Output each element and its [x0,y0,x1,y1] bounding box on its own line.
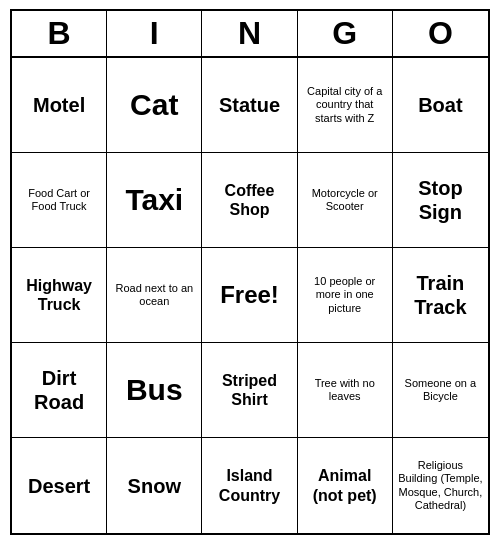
header-letter: N [202,11,297,56]
bingo-cell[interactable]: Coffee Shop [202,153,297,248]
bingo-cell[interactable]: Capital city of a country that starts wi… [298,58,393,153]
header-letter: O [393,11,488,56]
bingo-cell[interactable]: Tree with no leaves [298,343,393,438]
bingo-cell[interactable]: Animal (not pet) [298,438,393,533]
bingo-cell[interactable]: Motel [12,58,107,153]
bingo-cell[interactable]: 10 people or more in one picture [298,248,393,343]
header-letter: G [298,11,393,56]
bingo-cell[interactable]: Highway Truck [12,248,107,343]
bingo-cell[interactable]: Road next to an ocean [107,248,202,343]
bingo-cell[interactable]: Bus [107,343,202,438]
bingo-cell[interactable]: Island Country [202,438,297,533]
bingo-cell[interactable]: Snow [107,438,202,533]
bingo-cell[interactable]: Train Track [393,248,488,343]
bingo-grid: MotelCatStatueCapital city of a country … [12,58,488,533]
bingo-card: BINGO MotelCatStatueCapital city of a co… [10,9,490,535]
header-letter: I [107,11,202,56]
header-letter: B [12,11,107,56]
bingo-cell[interactable]: Statue [202,58,297,153]
bingo-cell[interactable]: Motorcycle or Scooter [298,153,393,248]
bingo-cell[interactable]: Religious Building (Temple, Mosque, Chur… [393,438,488,533]
bingo-cell[interactable]: Dirt Road [12,343,107,438]
bingo-cell[interactable]: Someone on a Bicycle [393,343,488,438]
bingo-cell[interactable]: Free! [202,248,297,343]
bingo-cell[interactable]: Food Cart or Food Truck [12,153,107,248]
bingo-cell[interactable]: Stop Sign [393,153,488,248]
bingo-cell[interactable]: Boat [393,58,488,153]
bingo-header: BINGO [12,11,488,58]
bingo-cell[interactable]: Taxi [107,153,202,248]
bingo-cell[interactable]: Desert [12,438,107,533]
bingo-cell[interactable]: Cat [107,58,202,153]
bingo-cell[interactable]: Striped Shirt [202,343,297,438]
